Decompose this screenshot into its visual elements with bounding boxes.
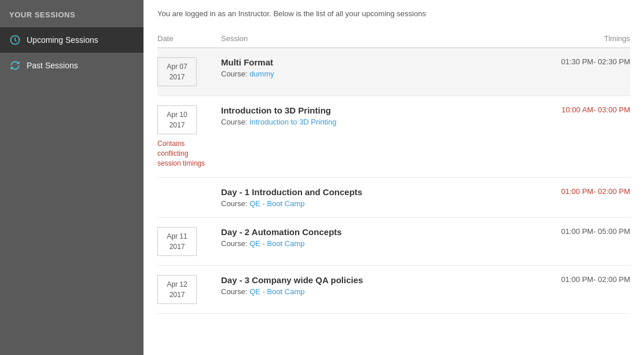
session-cell: Day - 3 Company wide QA policiesCourse: … (221, 266, 473, 314)
session-course: Course: QE - Boot Camp (221, 199, 466, 208)
sidebar-header: YOUR SESSIONS (0, 0, 143, 27)
session-name: Day - 3 Company wide QA policies (221, 275, 466, 285)
date-box: Apr 07 2017 (157, 57, 197, 86)
date-cell: Apr 10 2017Contains conflicting session … (157, 96, 221, 178)
course-link[interactable]: QE - Boot Camp (249, 287, 304, 296)
timings-column-header: Timings (473, 30, 630, 48)
session-cell: Day - 1 Introduction and ConceptsCourse:… (221, 178, 473, 218)
sessions-table: Date Session Timings Apr 07 2017Multi Fo… (157, 30, 630, 314)
table-header-row: Date Session Timings (157, 30, 630, 48)
sidebar-item-past[interactable]: Past Sessions (0, 53, 143, 78)
session-cell: Introduction to 3D PrintingCourse: Intro… (221, 96, 473, 178)
session-course: Course: QE - Boot Camp (221, 287, 466, 296)
timings-cell: 01:00 PM- 05:00 PM (473, 218, 630, 266)
session-course: Course: QE - Boot Camp (221, 239, 466, 248)
past-sessions-label: Past Sessions (27, 61, 78, 70)
session-course: Course: dummy (221, 69, 466, 78)
course-link[interactable]: Introduction to 3D Printing (249, 118, 336, 126)
session-name: Introduction to 3D Printing (221, 105, 466, 115)
sidebar: YOUR SESSIONS Upcoming Sessions Past Ses… (0, 0, 143, 355)
date-box: Apr 10 2017 (157, 105, 197, 134)
session-column-header: Session (221, 30, 473, 48)
date-cell: Apr 07 2017 (157, 48, 221, 96)
session-name: Day - 2 Automation Concepts (221, 227, 466, 237)
timings-cell: 10:00 AM- 03:00 PM (473, 96, 630, 178)
session-name: Day - 1 Introduction and Concepts (221, 187, 466, 197)
course-link[interactable]: QE - Boot Camp (249, 239, 304, 248)
date-box: Apr 12 2017 (157, 275, 197, 304)
session-name: Multi Format (221, 57, 466, 67)
session-cell: Multi FormatCourse: dummy (221, 48, 473, 96)
date-cell (157, 178, 221, 218)
timings-cell: 01:00 PM- 02:00 PM (473, 266, 630, 314)
timings-cell: 01:30 PM- 02:30 PM (473, 48, 630, 96)
clock-icon (9, 34, 21, 46)
course-link[interactable]: dummy (249, 69, 274, 78)
session-cell: Day - 2 Automation ConceptsCourse: QE - … (221, 218, 473, 266)
course-link[interactable]: QE - Boot Camp (249, 199, 304, 208)
table-row: Apr 11 2017Day - 2 Automation ConceptsCo… (157, 218, 630, 266)
sidebar-item-upcoming[interactable]: Upcoming Sessions (0, 27, 143, 53)
upcoming-sessions-label: Upcoming Sessions (27, 35, 98, 45)
conflict-text: Contains conflicting session timings (157, 139, 209, 168)
intro-text: You are logged in as an Instructor. Belo… (157, 9, 630, 18)
table-row: Apr 07 2017Multi FormatCourse: dummy01:3… (157, 48, 630, 96)
refresh-icon (9, 60, 21, 71)
table-row: Day - 1 Introduction and ConceptsCourse:… (157, 178, 630, 218)
date-column-header: Date (157, 30, 221, 48)
timings-cell: 01:00 PM- 02:00 PM (473, 178, 630, 218)
date-cell: Apr 12 2017 (157, 266, 221, 314)
table-row: Apr 10 2017Contains conflicting session … (157, 96, 630, 178)
date-cell: Apr 11 2017 (157, 218, 221, 266)
table-row: Apr 12 2017Day - 3 Company wide QA polic… (157, 266, 630, 314)
session-course: Course: Introduction to 3D Printing (221, 118, 466, 126)
main-content: You are logged in as an Instructor. Belo… (143, 0, 644, 355)
date-box: Apr 11 2017 (157, 227, 197, 256)
